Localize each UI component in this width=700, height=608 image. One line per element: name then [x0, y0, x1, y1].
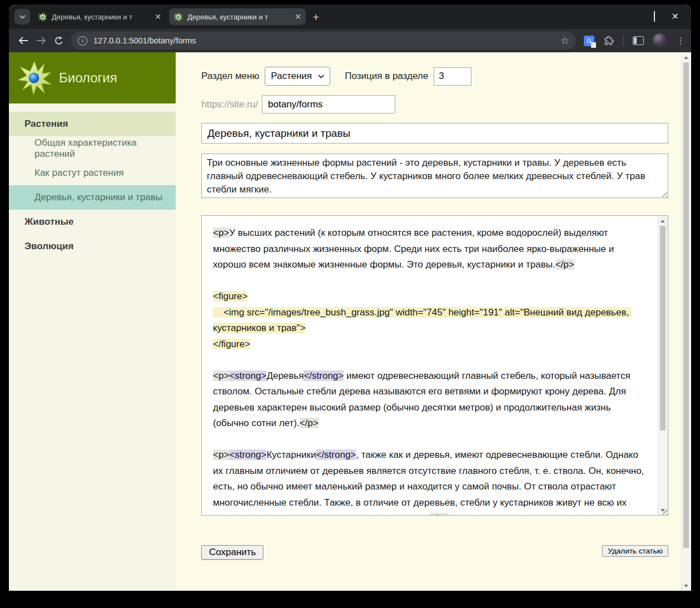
- maximize-icon: [654, 11, 655, 22]
- delete-article-button[interactable]: Удалить статью: [602, 545, 668, 557]
- chevron-down-icon: [318, 75, 324, 78]
- maximize-button[interactable]: [654, 12, 655, 22]
- forward-button[interactable]: [32, 32, 50, 50]
- article-description-textarea[interactable]: Три основные жизненные формы растений - …: [201, 154, 668, 198]
- editor-scrollbar-thumb[interactable]: [660, 226, 666, 431]
- tab-inactive[interactable]: Деревья, кустарники и т ✕: [33, 8, 166, 25]
- back-button[interactable]: [14, 32, 32, 50]
- html-editor[interactable]: <p>У высших растений (к которым относятс…: [201, 215, 668, 516]
- chevron-down-icon: [19, 15, 26, 19]
- sidebar-item[interactable]: Как растут растения: [9, 161, 176, 185]
- browser-window: Деревья, кустарники и т ✕ Деревья, куста…: [9, 4, 691, 591]
- sidebar: Биология РастенияОбщая характеристика ра…: [9, 52, 176, 591]
- close-button[interactable]: ✕: [672, 12, 679, 21]
- sidebar-item[interactable]: Деревья, кустарники и травы: [9, 185, 176, 210]
- sidebar-item[interactable]: Общая характеристика растений: [9, 136, 176, 161]
- url-text: 127.0.0.1:5001/botany/forms: [93, 36, 556, 45]
- sidebar-item[interactable]: Растения: [9, 112, 176, 136]
- tab-title: Деревья, кустарники и т: [187, 13, 291, 21]
- biology-cell-logo-icon: [17, 60, 52, 96]
- window-controls: ✕: [637, 4, 679, 29]
- page-scrollbar-thumb[interactable]: [683, 62, 689, 548]
- back-icon: [18, 37, 28, 45]
- section-select-value: Растения: [271, 71, 312, 82]
- profile-avatar[interactable]: [653, 33, 667, 48]
- section-label: Раздел меню: [201, 71, 259, 82]
- page-content: Биология РастенияОбщая характеристика ра…: [9, 52, 691, 591]
- site-info-icon[interactable]: i: [78, 36, 87, 46]
- article-title-input[interactable]: [201, 123, 668, 144]
- scroll-down-icon[interactable]: [682, 581, 691, 590]
- editor-content: <p>У высших растений (к которым относятс…: [202, 216, 658, 515]
- page-scrollbar[interactable]: [681, 52, 691, 591]
- toolbar-divider: [623, 36, 624, 46]
- site-favicon: [38, 12, 47, 22]
- site-title: Биология: [59, 70, 117, 86]
- tab-close-icon[interactable]: ✕: [155, 13, 161, 21]
- browser-toolbar: i 127.0.0.1:5001/botany/forms ☆ G ⋮: [9, 29, 691, 52]
- scroll-up-icon[interactable]: [682, 53, 691, 62]
- forward-icon: [36, 37, 46, 45]
- new-tab-button[interactable]: +: [312, 11, 319, 23]
- toolbar-icons: G ⋮: [584, 33, 685, 48]
- sidebar-item[interactable]: Эволюция: [9, 234, 176, 259]
- save-button[interactable]: Сохранить: [201, 545, 264, 560]
- bookmark-star-icon[interactable]: ☆: [560, 34, 569, 47]
- reload-icon: [54, 36, 63, 45]
- position-label: Позиция в разделе: [345, 71, 428, 82]
- main-form: Раздел меню Растения Позиция в разделе h…: [176, 52, 681, 591]
- editor-code-block: <p><strong>Кустарники</strong>, также ка…: [213, 447, 647, 515]
- sidebar-item[interactable]: Животные: [9, 210, 176, 234]
- editor-code-block: <p><strong>Деревья</strong> имеют одреве…: [213, 368, 647, 432]
- side-panel-icon[interactable]: [633, 36, 644, 45]
- editor-scrollbar[interactable]: [658, 216, 668, 515]
- sidebar-menu: РастенияОбщая характеристика растенийКак…: [9, 112, 176, 259]
- site-favicon: [173, 12, 183, 22]
- scroll-up-icon[interactable]: [658, 216, 667, 225]
- position-input[interactable]: [434, 67, 471, 86]
- reload-button[interactable]: [50, 32, 68, 50]
- tab-title: Деревья, кустарники и т: [52, 13, 151, 21]
- tab-close-icon[interactable]: ✕: [295, 13, 301, 21]
- extensions-icon[interactable]: [603, 35, 614, 46]
- site-logo-header[interactable]: Биология: [9, 52, 176, 103]
- titlebar: Деревья, кустарники и т ✕ Деревья, куста…: [9, 4, 691, 29]
- editor-code-block: <p>У высших растений (к которым относятс…: [213, 225, 647, 273]
- editor-code-block: <figure> <img src="/images/tree_bush_gra…: [213, 289, 647, 352]
- section-select[interactable]: Растения: [265, 67, 330, 86]
- slug-input[interactable]: [262, 95, 395, 113]
- address-bar[interactable]: i 127.0.0.1:5001/botany/forms ☆: [71, 32, 576, 50]
- tab-active[interactable]: Деревья, кустарники и т ✕: [169, 8, 306, 25]
- url-prefix-label: https://site.ru/: [201, 99, 258, 110]
- translate-icon[interactable]: G: [584, 36, 594, 46]
- menu-kebab-icon[interactable]: ⋮: [676, 36, 685, 46]
- tab-search-button[interactable]: [14, 9, 30, 24]
